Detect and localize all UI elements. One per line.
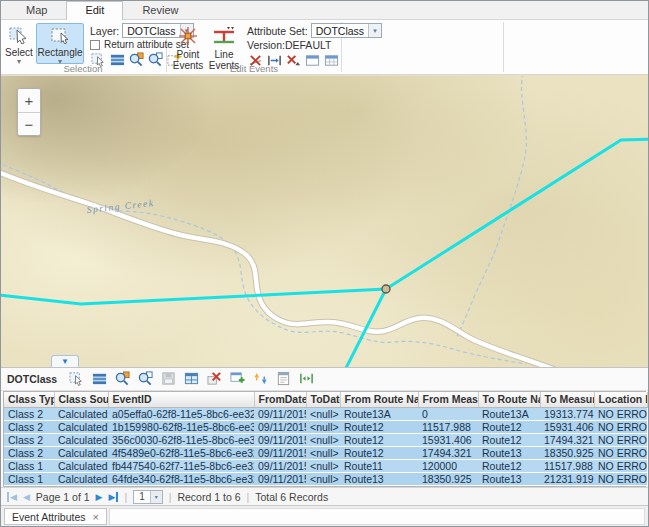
- last-page-button[interactable]: ▶: [108, 492, 118, 502]
- return-attribute-set-checkbox[interactable]: [90, 40, 100, 50]
- event-line-west[interactable]: [1, 289, 386, 304]
- table-cell: 09/11/2015: [254, 421, 306, 434]
- column-header[interactable]: ToDate: [306, 392, 340, 408]
- pan-to-selection-icon[interactable]: [137, 371, 153, 387]
- line-events-button[interactable]: Line Events: [207, 23, 241, 64]
- table-row[interactable]: Class 1Calculated64fde340-62f8-11e5-8bc6…: [4, 473, 647, 486]
- add-record-icon[interactable]: [229, 371, 245, 387]
- table-cell: Class 2: [4, 447, 54, 460]
- table-cell: <null>: [306, 473, 340, 486]
- table-cell: Route13: [478, 447, 540, 460]
- next-page-button[interactable]: ▶: [96, 492, 103, 502]
- previous-page-button[interactable]: ◀: [23, 492, 30, 502]
- table-cell: Class 1: [4, 473, 54, 486]
- chevron-down-icon[interactable]: ▾: [150, 491, 162, 503]
- table-cell: 17494.321: [540, 434, 594, 447]
- route-junction-marker[interactable]: [382, 285, 390, 293]
- table-cell: 356c0030-62f8-11e5-8bc6-ee32641d5ec9: [108, 434, 254, 447]
- table-toolbar-icons: [68, 370, 314, 387]
- layer-label: Layer:: [90, 25, 119, 37]
- table-cell: NO ERROR: [594, 408, 647, 421]
- tab-event-attributes[interactable]: Event Attributes ×: [4, 508, 107, 525]
- map-zoom-control: + −: [17, 88, 41, 136]
- zoom-to-selection-icon[interactable]: [114, 371, 130, 387]
- page-number-select[interactable]: 1 ▾: [133, 490, 163, 504]
- table-toolbar: DOTClass: [1, 368, 648, 391]
- chevron-down-icon[interactable]: ▾: [368, 24, 381, 37]
- table-cell: Class 2: [4, 421, 54, 434]
- creek-line: [1, 162, 526, 364]
- first-page-button[interactable]: ◀: [7, 492, 17, 502]
- delete-record-icon[interactable]: [206, 371, 222, 387]
- event-line-northeast[interactable]: [386, 139, 648, 289]
- table-cell: 1b159980-62f8-11e5-8bc6-ee32641d5ec9: [108, 421, 254, 434]
- table-cell: 19313.774: [540, 408, 594, 421]
- page-status: Page 1 of 1: [36, 491, 90, 503]
- collapse-panel-button[interactable]: ▼: [51, 355, 79, 367]
- select-tool-button[interactable]: Select ▾: [4, 23, 34, 64]
- fit-columns-icon[interactable]: [298, 371, 314, 387]
- select-tool-icon: [9, 26, 29, 46]
- group-separator: [503, 22, 504, 72]
- column-header[interactable]: FromDate: [254, 392, 306, 408]
- table-cell: Route12: [478, 434, 540, 447]
- select-features-icon[interactable]: [68, 371, 84, 387]
- page-number-value: 1: [134, 491, 150, 502]
- point-events-button[interactable]: Point Events: [171, 23, 205, 64]
- table-cell: Class 1: [4, 460, 54, 473]
- rectangle-tool-button[interactable]: Rectangle ▾: [36, 23, 84, 64]
- table-cell: Calculated: [54, 421, 108, 434]
- table-cell: 18350.925: [540, 447, 594, 460]
- switch-table-icon[interactable]: [183, 371, 199, 387]
- line-events-icon: [213, 26, 235, 48]
- table-row[interactable]: Class 2Calculated356c0030-62f8-11e5-8bc6…: [4, 434, 647, 447]
- tab-review[interactable]: Review: [123, 1, 197, 19]
- column-header[interactable]: To Measure: [540, 392, 594, 408]
- zoom-in-button[interactable]: +: [18, 89, 40, 112]
- column-header[interactable]: From Route Name: [340, 392, 418, 408]
- table-row[interactable]: Class 2Calculated4f5489e0-62f8-11e5-8bc6…: [4, 447, 647, 460]
- bottom-tabbar: Event Attributes ×: [1, 505, 648, 526]
- point-events-icon: [177, 26, 199, 48]
- table-cell: 4f5489e0-62f8-11e5-8bc6-ee32641d5ec9: [108, 447, 254, 460]
- zoom-out-button[interactable]: −: [18, 112, 40, 135]
- attribute-set-select[interactable]: DOTClass ▾: [311, 23, 382, 38]
- form-view-icon[interactable]: [275, 371, 291, 387]
- table-row[interactable]: Class 2Calculateda05effa0-62f8-11e5-8bc6…: [4, 408, 647, 421]
- column-header[interactable]: Class Type: [4, 392, 54, 408]
- road: [1, 171, 561, 367]
- column-header[interactable]: Location Error: [594, 392, 647, 408]
- table-cell: Route11: [340, 460, 418, 473]
- tab-strip-empty: [109, 508, 645, 525]
- table-row[interactable]: Class 2Calculated1b159980-62f8-11e5-8bc6…: [4, 421, 647, 434]
- table-cell: 09/11/2015: [254, 434, 306, 447]
- ribbon: Select ▾ Rectangle ▾ Layer: DOTClass ▾: [1, 20, 648, 75]
- table-cell: Calculated: [54, 473, 108, 486]
- pager-separator: |: [124, 491, 127, 503]
- tab-map[interactable]: Map: [7, 1, 66, 19]
- table-cell: 120000: [418, 460, 478, 473]
- table-row[interactable]: Class 1Calculatedfb447540-62f7-11e5-8bc6…: [4, 460, 647, 473]
- event-editor-window: Map Edit Review Select ▾ Rectangle ▾ Lay…: [0, 0, 649, 527]
- table-cell: 15931.406: [540, 421, 594, 434]
- close-icon[interactable]: ×: [93, 512, 99, 522]
- table-cell: <null>: [306, 460, 340, 473]
- tab-edit[interactable]: Edit: [66, 1, 123, 20]
- column-header[interactable]: From Measure: [418, 392, 478, 408]
- column-header[interactable]: EventID: [108, 392, 254, 408]
- table-cell: NO ERROR: [594, 447, 647, 460]
- selection-list-icon[interactable]: [91, 371, 107, 387]
- save-icon[interactable]: [160, 371, 176, 387]
- sort-icon[interactable]: [252, 371, 268, 387]
- pager-separator: |: [169, 491, 172, 503]
- column-header[interactable]: Class Source: [54, 392, 108, 408]
- record-range-status: Record 1 to 6: [177, 491, 240, 503]
- map-canvas[interactable]: Spring Creek + − ▼: [1, 75, 648, 367]
- table-cell: NO ERROR: [594, 460, 647, 473]
- table-cell: 09/11/2015: [254, 447, 306, 460]
- version-label: Version:: [247, 39, 285, 51]
- table-cell: NO ERROR: [594, 473, 647, 486]
- pager-separator: |: [246, 491, 249, 503]
- table-cell: Route12: [340, 434, 418, 447]
- column-header[interactable]: To Route Name: [478, 392, 540, 408]
